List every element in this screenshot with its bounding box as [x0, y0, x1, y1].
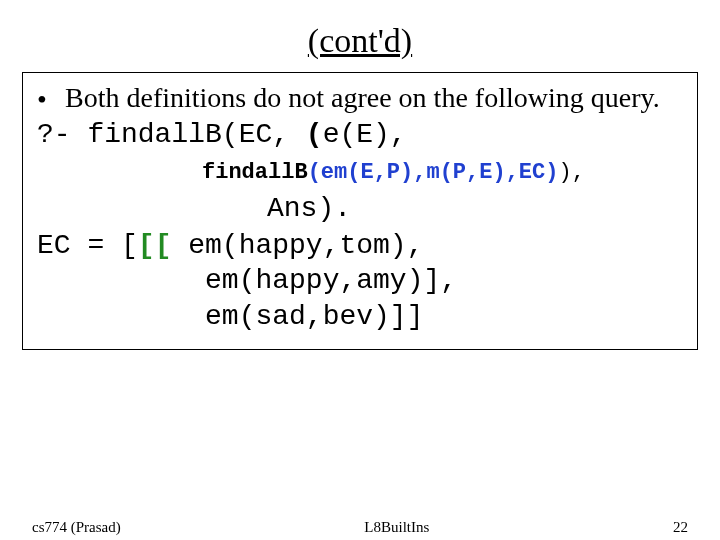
- nested-open-paren: (: [308, 160, 321, 185]
- footer-right: 22: [673, 519, 688, 536]
- result-l2: em(happy,amy)],: [37, 265, 457, 296]
- ans-line: Ans).: [267, 193, 683, 224]
- result-l1c: em(happy,tom),: [171, 230, 423, 261]
- footer-center: L8BuiltIns: [364, 519, 429, 536]
- nested-trailing: ),: [558, 160, 584, 185]
- result-l1a: EC = [: [37, 230, 138, 261]
- bullet-item: • Both definitions do not agree on the f…: [37, 81, 683, 117]
- result-l1b: [[: [138, 230, 172, 261]
- nested-args: em(E,P),m(P,E),EC: [321, 160, 545, 185]
- nested-close-paren: ): [545, 160, 558, 185]
- slide: (cont'd) • Both definitions do not agree…: [0, 22, 720, 540]
- slide-title: (cont'd): [0, 22, 720, 60]
- content-box: • Both definitions do not agree on the f…: [22, 72, 698, 350]
- bullet-marker: •: [37, 81, 65, 117]
- query-open-paren: (: [306, 119, 323, 150]
- result-l3: em(sad,bev)]]: [37, 301, 423, 332]
- footer: cs774 (Prasad) L8BuiltIns 22: [0, 519, 720, 536]
- query-after-paren: e(E),: [323, 119, 407, 150]
- query-prefix: ?- findallB(EC,: [37, 119, 306, 150]
- nested-lead: findallB: [202, 160, 308, 185]
- bullet-text: Both definitions do not agree on the fol…: [65, 81, 683, 115]
- footer-left: cs774 (Prasad): [32, 519, 121, 536]
- result-block: EC = [[[ em(happy,tom), em(happy,amy)], …: [37, 228, 683, 335]
- query-line: ?- findallB(EC, (e(E),: [37, 119, 683, 150]
- nested-findall-line: findallB(em(E,P),m(P,E),EC)),: [202, 160, 683, 185]
